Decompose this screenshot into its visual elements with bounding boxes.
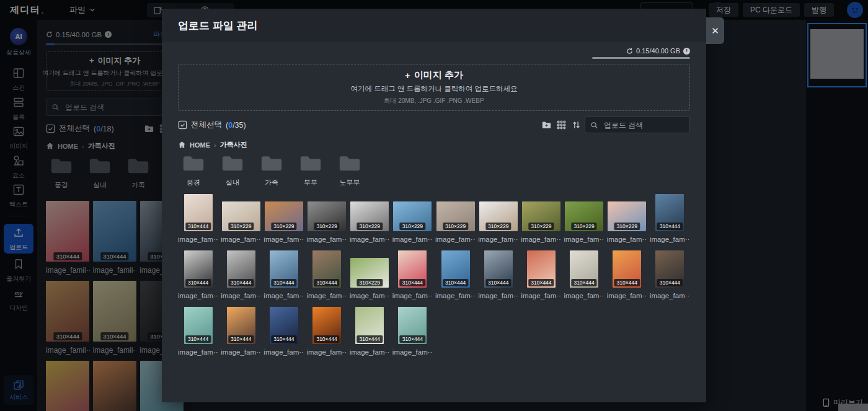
file-card[interactable]: 310×444image_fam··· bbox=[650, 194, 690, 243]
file-name: image_fam··· bbox=[607, 292, 647, 299]
modal-header: 업로드 파일 관리 bbox=[162, 9, 706, 42]
file-thumbnail: 310×229 bbox=[608, 201, 646, 231]
folder-label: 실내 bbox=[226, 178, 239, 187]
info-icon[interactable]: ! bbox=[683, 48, 690, 55]
size-badge: 310×444 bbox=[571, 279, 596, 286]
size-badge: 310×444 bbox=[357, 335, 383, 343]
app: 제디터. 파일 저장 PC 다운로드 발행 AI 상품상세 스킨블록이미지요소텍… bbox=[0, 0, 868, 411]
file-card[interactable]: 310×444image_fam··· bbox=[178, 194, 218, 243]
file-thumbnail: 310×444 bbox=[398, 307, 427, 344]
storage-text: 0.15/40.00 GB bbox=[636, 47, 680, 55]
file-card[interactable]: 310×444image_fam··· bbox=[607, 250, 647, 299]
home-icon[interactable] bbox=[178, 141, 186, 149]
size-badge: 310×444 bbox=[400, 279, 425, 286]
folder-icon bbox=[299, 154, 322, 175]
folder-item[interactable]: 풍경 bbox=[178, 154, 209, 187]
file-card[interactable]: 310×444image_fam··· bbox=[350, 307, 390, 356]
refresh-icon[interactable] bbox=[626, 48, 633, 55]
select-all-checkbox[interactable] bbox=[178, 120, 187, 130]
file-card[interactable]: 310×444image_fam··· bbox=[392, 250, 433, 299]
size-badge: 310×444 bbox=[657, 279, 683, 286]
file-thumbnail: 310×444 bbox=[655, 250, 684, 288]
file-name: image_fam··· bbox=[264, 292, 304, 299]
size-badge: 310×229 bbox=[443, 223, 468, 230]
file-thumbnail: 310×444 bbox=[655, 194, 684, 231]
file-card[interactable]: 310×444image_fam··· bbox=[306, 250, 347, 299]
size-badge: 310×444 bbox=[314, 335, 339, 343]
add-folder-button[interactable] bbox=[542, 120, 551, 130]
file-card[interactable]: 310×444image_fam··· bbox=[221, 250, 261, 299]
plus-icon: + bbox=[405, 70, 410, 81]
file-card[interactable]: 310×444image_fam··· bbox=[435, 250, 476, 299]
file-name: image_fam··· bbox=[607, 236, 647, 243]
file-card[interactable]: 310×229image_fam··· bbox=[221, 194, 261, 243]
modal-close-button[interactable]: ✕ bbox=[706, 17, 724, 44]
file-card[interactable]: 310×444image_fam··· bbox=[392, 307, 433, 356]
file-card[interactable]: 310×229image_fam··· bbox=[607, 194, 647, 243]
breadcrumb-home[interactable]: HOME bbox=[190, 141, 210, 149]
dropzone-title: 이미지 추가 bbox=[414, 69, 463, 81]
size-badge: 310×444 bbox=[185, 279, 211, 286]
file-name: image_fam··· bbox=[650, 292, 690, 299]
modal-title: 업로드 파일 관리 bbox=[178, 19, 257, 33]
size-badge: 310×444 bbox=[614, 279, 640, 286]
file-card[interactable]: 310×229image_fam··· bbox=[306, 194, 347, 243]
file-card[interactable]: 310×444image_fam··· bbox=[564, 250, 604, 299]
file-name: image_fam··· bbox=[350, 292, 390, 299]
upload-search-input[interactable] bbox=[585, 117, 690, 133]
folder-item[interactable]: 가족 bbox=[256, 154, 287, 187]
file-card[interactable]: 310×229image_fam··· bbox=[392, 194, 433, 243]
folder-icon bbox=[182, 154, 205, 175]
folder-icon bbox=[260, 154, 283, 175]
file-card[interactable]: 310×444image_fam··· bbox=[650, 250, 690, 299]
file-card[interactable]: 310×444image_fam··· bbox=[264, 307, 304, 356]
file-card[interactable]: 310×229image_fam··· bbox=[521, 194, 561, 243]
folder-item[interactable]: 부부 bbox=[295, 154, 326, 187]
folder-item[interactable]: 노부부 bbox=[334, 154, 365, 187]
file-name: image_fam··· bbox=[478, 236, 518, 243]
file-card[interactable]: 310×229image_fam··· bbox=[435, 194, 476, 243]
grid-view-button[interactable] bbox=[557, 120, 566, 130]
file-card[interactable]: 310×444image_fam··· bbox=[478, 250, 518, 299]
file-name: image_fam··· bbox=[178, 292, 218, 299]
file-card[interactable]: 310×229image_fam··· bbox=[564, 194, 604, 243]
file-name: image_fam··· bbox=[306, 292, 347, 299]
file-name: image_fam··· bbox=[264, 236, 304, 243]
breadcrumb-current: 가족사진 bbox=[220, 140, 247, 149]
file-name: image_fam··· bbox=[306, 236, 347, 243]
select-all-label: 전체선택 bbox=[191, 120, 222, 130]
folder-label: 가족 bbox=[265, 178, 278, 187]
size-badge: 310×444 bbox=[485, 279, 511, 286]
file-card[interactable]: 310×229image_fam··· bbox=[478, 194, 518, 243]
total-count: 35 bbox=[235, 121, 244, 130]
file-card[interactable]: 310×444image_fam··· bbox=[264, 250, 304, 299]
file-card[interactable]: 310×444image_fam··· bbox=[178, 250, 218, 299]
size-badge: 310×444 bbox=[314, 279, 339, 286]
file-card[interactable]: 310×229image_fam··· bbox=[264, 194, 304, 243]
file-grid: 310×444image_fam···310×229image_fam···31… bbox=[178, 194, 690, 356]
file-card[interactable]: 310×444image_fam··· bbox=[521, 250, 561, 299]
file-thumbnail: 310×229 bbox=[565, 201, 603, 231]
folder-item[interactable]: 실내 bbox=[217, 154, 248, 187]
upload-search bbox=[585, 117, 690, 133]
file-thumbnail: 310×229 bbox=[350, 258, 389, 288]
file-name: image_fam··· bbox=[350, 236, 390, 243]
file-card[interactable]: 310×444image_fam··· bbox=[306, 307, 347, 356]
image-dropzone[interactable]: +이미지 추가 여기에 드래그 앤 드롭하거나 클릭하여 업로드하세요 최대 2… bbox=[178, 64, 690, 111]
file-thumbnail: 310×444 bbox=[184, 250, 213, 288]
dropzone-hint: 최대 20MB, .JPG .GIF .PNG .WEBP bbox=[384, 97, 484, 105]
file-thumbnail: 310×229 bbox=[393, 201, 432, 231]
file-name: image_fam··· bbox=[264, 348, 304, 356]
file-card[interactable]: 310×444image_fam··· bbox=[178, 307, 218, 356]
file-thumbnail: 310×444 bbox=[613, 250, 641, 288]
file-card[interactable]: 310×444image_fam··· bbox=[221, 307, 261, 356]
file-thumbnail: 310×444 bbox=[527, 250, 556, 288]
file-thumbnail: 310×444 bbox=[355, 307, 384, 344]
breadcrumb: HOME › 가족사진 bbox=[178, 140, 690, 149]
file-thumbnail: 310×444 bbox=[484, 250, 513, 288]
file-card[interactable]: 310×229image_fam··· bbox=[350, 194, 390, 243]
size-badge: 310×229 bbox=[314, 223, 339, 230]
file-card[interactable]: 310×229image_fam··· bbox=[350, 250, 390, 299]
size-badge: 310×229 bbox=[485, 223, 511, 230]
sort-button[interactable] bbox=[572, 120, 581, 130]
